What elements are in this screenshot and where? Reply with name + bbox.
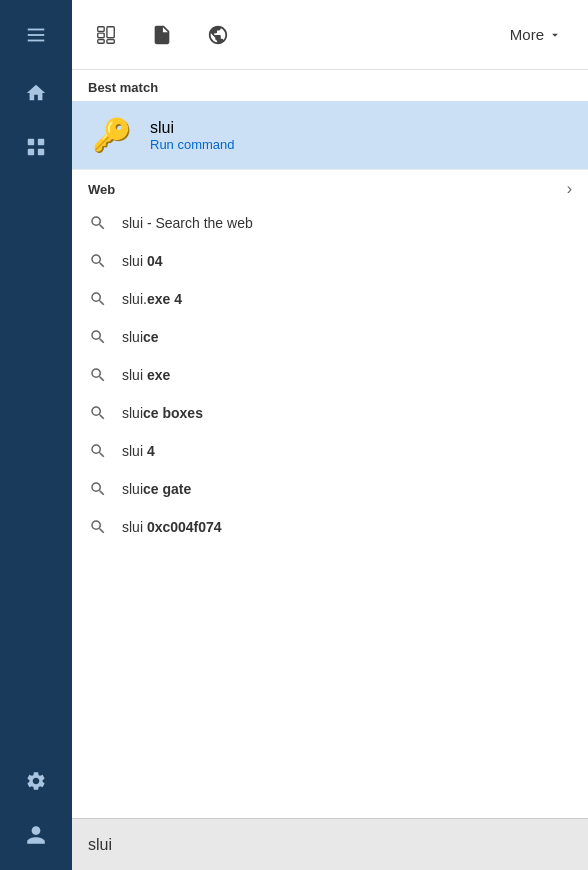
- globe-button[interactable]: [200, 17, 236, 53]
- document-grid-icon: [95, 24, 117, 46]
- menu-icon: [25, 24, 47, 46]
- best-match-label: Best match: [72, 70, 588, 101]
- svg-rect-1: [28, 34, 45, 36]
- search-item-text: slui 04: [122, 253, 162, 269]
- more-label: More: [510, 26, 544, 43]
- search-icon: [88, 365, 108, 385]
- svg-rect-2: [28, 40, 45, 42]
- list-item[interactable]: slui exe: [72, 356, 588, 394]
- search-input[interactable]: [88, 836, 572, 854]
- list-item[interactable]: slui 04: [72, 242, 588, 280]
- list-item[interactable]: slui 0xc004f074: [72, 508, 588, 546]
- search-item-text: slui 4: [122, 443, 155, 459]
- search-icon: [88, 441, 108, 461]
- search-icon: [88, 403, 108, 423]
- svg-rect-6: [38, 149, 44, 155]
- recent-button[interactable]: [0, 122, 72, 172]
- svg-rect-5: [28, 149, 34, 155]
- svg-rect-7: [98, 26, 104, 31]
- sidebar-bottom: [0, 756, 72, 860]
- svg-rect-9: [98, 39, 104, 43]
- list-item[interactable]: slui.exe 4: [72, 280, 588, 318]
- recent-icon: [25, 136, 47, 158]
- toolbar: More: [72, 0, 588, 70]
- svg-rect-3: [28, 139, 34, 145]
- search-item-text: slui - Search the web: [122, 215, 253, 231]
- web-arrow-icon[interactable]: ›: [567, 180, 572, 198]
- best-match-sub: Run command: [150, 137, 235, 152]
- search-item-text: sluice gate: [122, 481, 191, 497]
- search-item-text: sluice: [122, 329, 159, 345]
- search-icon: [88, 251, 108, 271]
- search-icon: [88, 213, 108, 233]
- list-item[interactable]: slui 4: [72, 432, 588, 470]
- svg-rect-0: [28, 29, 45, 31]
- search-icon: [88, 517, 108, 537]
- main-content: More Best match 🔑 slui Run command Web ›: [72, 0, 588, 870]
- home-icon: [25, 82, 47, 104]
- search-item-text: slui 0xc004f074: [122, 519, 222, 535]
- more-button[interactable]: More: [500, 20, 572, 49]
- search-icon: [88, 289, 108, 309]
- settings-icon: [25, 770, 47, 792]
- svg-rect-4: [38, 139, 44, 145]
- best-match-item[interactable]: 🔑 slui Run command: [72, 101, 588, 169]
- list-item[interactable]: sluice: [72, 318, 588, 356]
- settings-button[interactable]: [0, 756, 72, 806]
- search-bar: [72, 818, 588, 870]
- user-button[interactable]: [0, 810, 72, 860]
- search-item-text: slui.exe 4: [122, 291, 182, 307]
- sidebar: [0, 0, 72, 870]
- search-item-text: sluice boxes: [122, 405, 203, 421]
- home-button[interactable]: [0, 68, 72, 118]
- slui-icon: 🔑: [88, 111, 136, 159]
- user-icon: [25, 824, 47, 846]
- svg-rect-11: [107, 39, 114, 43]
- document-grid-button[interactable]: [88, 17, 124, 53]
- search-item-text: slui exe: [122, 367, 170, 383]
- search-icon: [88, 327, 108, 347]
- list-item[interactable]: slui - Search the web: [72, 204, 588, 242]
- svg-rect-10: [107, 26, 114, 37]
- web-header: Web ›: [72, 169, 588, 204]
- list-item[interactable]: sluice boxes: [72, 394, 588, 432]
- svg-rect-8: [98, 33, 104, 38]
- document-button[interactable]: [144, 17, 180, 53]
- globe-icon: [207, 24, 229, 46]
- chevron-down-icon: [548, 28, 562, 42]
- best-match-text: slui Run command: [150, 119, 235, 152]
- search-icon: [88, 479, 108, 499]
- hamburger-menu-button[interactable]: [0, 10, 72, 60]
- list-item[interactable]: sluice gate: [72, 470, 588, 508]
- search-results: Best match 🔑 slui Run command Web › slui…: [72, 70, 588, 818]
- document-icon: [151, 24, 173, 46]
- best-match-name: slui: [150, 119, 235, 137]
- web-label: Web: [88, 182, 115, 197]
